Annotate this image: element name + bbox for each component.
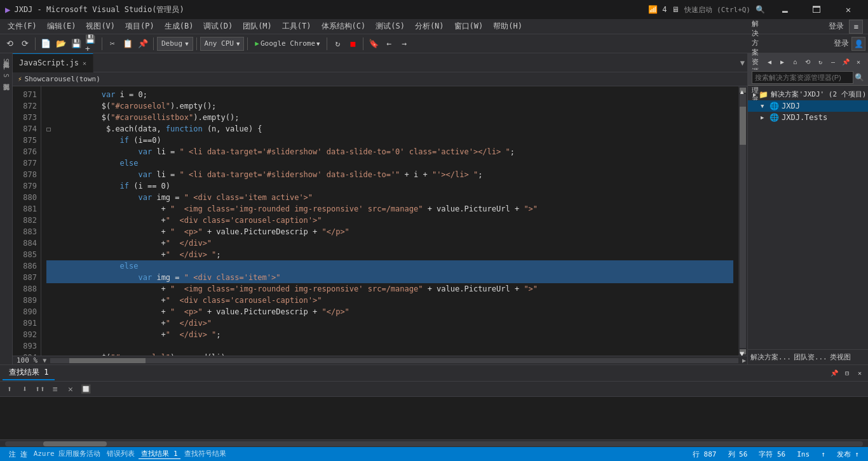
status-row[interactable]: 行 887: [689, 447, 721, 461]
menu-view[interactable]: 视图(V): [81, 20, 120, 33]
find-result-btn-3[interactable]: ⬆⬆: [33, 382, 47, 396]
nav-back-button[interactable]: ←: [382, 37, 396, 51]
menu-tools[interactable]: 工具(T): [277, 20, 316, 33]
se-search-input[interactable]: [752, 71, 853, 84]
tab-javascript-js[interactable]: JavaScript.js ✕: [13, 53, 93, 72]
tree-item-tests[interactable]: ▶ 🌐 JXDJ.Tests: [748, 112, 868, 123]
se-search-icon[interactable]: 🔍: [855, 73, 864, 82]
menu-file[interactable]: 文件(F): [3, 20, 42, 33]
status-ins[interactable]: Ins: [793, 447, 813, 461]
refresh-button[interactable]: ↻: [330, 37, 344, 51]
status-connection[interactable]: 注 连: [5, 447, 31, 461]
paste-button[interactable]: 📌: [136, 37, 150, 51]
config-dropdown[interactable]: Debug ▼: [157, 37, 193, 51]
open-file-button[interactable]: 📂: [54, 37, 68, 51]
find-result-btn-2[interactable]: ⬇: [18, 382, 32, 396]
h-scroll-thumb[interactable]: [69, 358, 146, 363]
bottom-close-btn[interactable]: ✕: [854, 368, 865, 379]
menu-help[interactable]: 帮助(H): [488, 20, 527, 33]
run-button[interactable]: ▶ Google Chrome ▼: [251, 37, 323, 51]
stop-button[interactable]: ■: [346, 37, 360, 51]
bottom-tab-find-results[interactable]: 查找结果 1: [3, 366, 55, 380]
se-home-btn[interactable]: ⌂: [789, 56, 801, 67]
bookmark-button[interactable]: 🔖: [367, 37, 381, 51]
menu-project[interactable]: 项目(P): [120, 20, 159, 33]
scroll-up[interactable]: ▲: [740, 88, 746, 93]
find-result-btn-4[interactable]: ≡: [48, 382, 62, 396]
status-link-find-results[interactable]: 查找结果 1: [139, 449, 180, 459]
title-bar: ▶ JXDJ - Microsoft Visual Studio(管理员) 📶 …: [0, 0, 868, 19]
code-container: 871 872 873 874 875 876 877 878 879 880 …: [13, 86, 747, 356]
team-view-button[interactable]: 团队资...: [794, 352, 827, 362]
se-forward-btn[interactable]: ▶: [776, 56, 788, 67]
vertical-scrollbar[interactable]: ▲ ▼: [738, 86, 747, 356]
sidebar-sql-server[interactable]: SQL S: [1, 58, 12, 77]
save-all-button[interactable]: 💾+: [85, 37, 98, 51]
copy-button[interactable]: 📋: [121, 37, 135, 51]
se-collapse-btn[interactable]: —: [827, 56, 839, 67]
status-char[interactable]: 字符 56: [755, 447, 789, 461]
status-publish[interactable]: 发布 ↑: [833, 447, 863, 461]
h-scroll-track[interactable]: [50, 358, 738, 363]
save-button[interactable]: 💾: [69, 37, 83, 51]
tree-root[interactable]: ▶ 📁 解决方案'JXDJ' (2 个项目): [748, 88, 868, 100]
status-link-find-symbol[interactable]: 查找符号结果: [182, 449, 229, 459]
search-icon[interactable]: 🔍: [756, 5, 765, 14]
bottom-scroll[interactable]: [0, 439, 868, 447]
zoom-level[interactable]: 100 %: [13, 356, 41, 364]
menu-analyze[interactable]: 分析(N): [410, 20, 449, 33]
status-col[interactable]: 列 56: [724, 447, 752, 461]
status-tab-links: Azure 应用服务活动 错误列表 查找结果 1 查找符号结果: [31, 449, 229, 459]
nav-forward-button[interactable]: →: [397, 37, 411, 51]
redo-button[interactable]: ⟳: [18, 37, 32, 51]
scroll-thumb[interactable]: [740, 107, 746, 145]
signin-button[interactable]: 登录: [824, 21, 849, 32]
close-button[interactable]: ✕: [834, 0, 863, 19]
account-button[interactable]: 👤: [851, 37, 865, 51]
find-result-btn-6[interactable]: 🔲: [79, 382, 93, 396]
solution-view-button[interactable]: 解决方案...: [750, 352, 791, 362]
se-bottom-actions: 解决方案... 团队资... 类视图: [748, 349, 868, 364]
class-view-button[interactable]: 类视图: [830, 352, 851, 362]
status-link-errors[interactable]: 错误列表: [104, 449, 137, 459]
menu-edit[interactable]: 编辑(E): [42, 20, 81, 33]
menu-window[interactable]: 窗口(W): [449, 20, 489, 33]
se-close-btn[interactable]: ✕: [853, 56, 864, 67]
bottom-pin-btn[interactable]: 📌: [829, 368, 840, 379]
scroll-track[interactable]: [740, 94, 746, 348]
menu-build[interactable]: 生成(B): [159, 20, 199, 33]
se-pin-btn[interactable]: 📌: [840, 56, 851, 67]
se-search-btn[interactable]: ⟲: [802, 56, 813, 67]
cut-button[interactable]: ✂: [105, 37, 119, 51]
code-content[interactable]: var i = 0; $("#carouselol").empty(); $("…: [41, 86, 738, 356]
new-file-button[interactable]: 📄: [39, 37, 53, 51]
bottom-scroll-track[interactable]: [5, 441, 863, 446]
minimize-button[interactable]: 🗕: [770, 0, 799, 19]
bottom-panel: 查找结果 1 📌 ⊟ ✕ ⬆ ⬇ ⬆⬆ ≡ ✕ 🔲: [0, 364, 868, 447]
zoom-dropdown[interactable]: ▼: [41, 357, 48, 364]
menu-architecture[interactable]: 体系结构(C): [316, 20, 371, 33]
undo-button[interactable]: ⟲: [3, 37, 17, 51]
maximize-button[interactable]: 🗖: [802, 0, 831, 19]
menu-team[interactable]: 团队(M): [238, 20, 277, 33]
bottom-scroll-thumb[interactable]: [43, 441, 107, 446]
find-result-btn-5[interactable]: ✕: [64, 382, 78, 396]
tab-label: JavaScript.js: [19, 58, 79, 67]
tab-list-button[interactable]: ▼: [740, 58, 745, 67]
bottom-tabs: 查找结果 1 📌 ⊟ ✕: [0, 365, 868, 382]
tree-item-jxdj[interactable]: ▼ 🌐 JXDJ: [748, 100, 868, 112]
settings-button[interactable]: ≡: [849, 20, 863, 34]
menu-test[interactable]: 测试(S): [370, 20, 410, 33]
menu-debug[interactable]: 调试(D): [198, 20, 238, 33]
status-arrow[interactable]: ↑: [817, 447, 829, 461]
scroll-down[interactable]: ▼: [740, 349, 746, 354]
se-back-btn[interactable]: ◀: [764, 56, 775, 67]
find-result-btn-1[interactable]: ⬆: [3, 382, 17, 396]
signin-label[interactable]: 登录: [834, 38, 849, 49]
se-refresh-btn[interactable]: ↻: [815, 56, 826, 67]
status-link-azure[interactable]: Azure 应用服务活动: [31, 449, 104, 459]
bottom-unpin-btn[interactable]: ⊟: [841, 368, 853, 379]
tab-close-icon[interactable]: ✕: [83, 60, 86, 67]
h-scroll-right[interactable]: ▶: [741, 357, 747, 364]
platform-dropdown[interactable]: Any CPU ▼: [200, 37, 245, 51]
